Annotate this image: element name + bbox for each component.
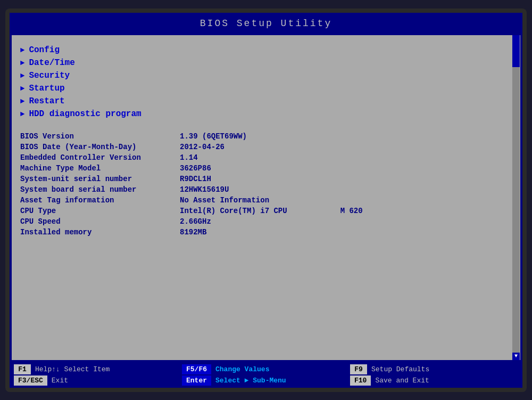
menu-label-datetime: Date/Time bbox=[29, 58, 74, 68]
title-bar: BIOS Setup Utility bbox=[10, 13, 522, 33]
cpu-model: M 620 bbox=[340, 207, 363, 215]
desc-enter: Select ► Sub-Menu bbox=[215, 377, 286, 385]
bios-container: BIOS Setup Utility ► Config ► Date/Time bbox=[10, 13, 522, 388]
menu-label-startup: Startup bbox=[29, 84, 64, 93]
value-memory: 8192MB bbox=[180, 228, 505, 236]
menu-label-restart: Restart bbox=[29, 96, 64, 106]
menu-item-datetime[interactable]: ► Date/Time bbox=[20, 56, 505, 69]
footer-middle: F5/F6 Change Values Enter Select ► Sub-M… bbox=[182, 364, 286, 386]
info-row-board-serial: System board serial number 12HWK15619U bbox=[20, 184, 505, 195]
footer-line-f9: F9 Setup Defaults bbox=[350, 364, 429, 374]
label-board-serial: System board serial number bbox=[20, 185, 180, 194]
scrollbar-track[interactable]: ▼ bbox=[512, 35, 520, 360]
key-enter[interactable]: Enter bbox=[182, 375, 211, 386]
label-memory: Installed memory bbox=[20, 228, 180, 236]
info-row-memory: Installed memory 8192MB bbox=[20, 227, 505, 238]
menu-item-security[interactable]: ► Security bbox=[20, 69, 505, 82]
label-system-serial: System-unit serial number bbox=[20, 175, 180, 183]
desc-f5f6: Change Values bbox=[215, 365, 269, 373]
footer-section-3: F9 Setup Defaults F10 Save and Exit bbox=[350, 364, 518, 386]
value-bios-version: 1.39 (6QET69WW) bbox=[180, 132, 505, 141]
footer-section-2: F5/F6 Change Values Enter Select ► Sub-M… bbox=[182, 364, 350, 386]
value-cpu-speed: 2.66GHz bbox=[180, 217, 505, 226]
key-f10[interactable]: F10 bbox=[350, 375, 371, 386]
desc-f10: Save and Exit bbox=[375, 377, 429, 385]
label-cpu-speed: CPU Speed bbox=[20, 217, 180, 226]
key-f1[interactable]: F1 bbox=[14, 364, 31, 374]
key-f9[interactable]: F9 bbox=[350, 364, 367, 374]
label-ec-version: Embedded Controller Version bbox=[20, 153, 180, 162]
arrow-icon-restart: ► bbox=[20, 97, 24, 105]
content-panel: ► Config ► Date/Time ► Security ► bbox=[12, 35, 512, 360]
value-board-serial: 12HWK15619U bbox=[180, 185, 505, 194]
arrow-icon-datetime: ► bbox=[20, 59, 24, 67]
menu-item-config[interactable]: ► Config bbox=[20, 44, 505, 56]
arrow-icon-startup: ► bbox=[20, 84, 24, 93]
menu-item-restart[interactable]: ► Restart bbox=[20, 95, 505, 108]
scrollbar-arrow-down[interactable]: ▼ bbox=[512, 353, 520, 360]
footer-line-f3: F3/ESC Exit bbox=[14, 375, 110, 386]
menu-section: ► Config ► Date/Time ► Security ► bbox=[20, 44, 505, 120]
info-row-ec-version: Embedded Controller Version 1.14 bbox=[20, 152, 505, 163]
footer-line-f1: F1 Help↑↓ Select Item bbox=[14, 364, 110, 374]
bottom-bar: F1 Help↑↓ Select Item F3/ESC Exit F5/F6 bbox=[10, 362, 522, 388]
menu-item-startup[interactable]: ► Startup bbox=[20, 82, 505, 95]
info-row-cpu-type: CPU Type Intel(R) Core(TM) i7 CPU M 620 bbox=[20, 206, 505, 216]
screen: BIOS Setup Utility ► Config ► Date/Time bbox=[10, 13, 522, 388]
scrollbar-thumb[interactable] bbox=[512, 35, 520, 67]
info-row-cpu-speed: CPU Speed 2.66GHz bbox=[20, 216, 505, 227]
info-row-asset-tag: Asset Tag information No Asset Informati… bbox=[20, 195, 505, 206]
menu-label-security: Security bbox=[29, 71, 70, 80]
cpu-name: Intel(R) Core(TM) i7 CPU bbox=[180, 207, 287, 215]
label-asset-tag: Asset Tag information bbox=[20, 196, 180, 205]
arrow-icon-config: ► bbox=[20, 46, 24, 54]
footer-left: F1 Help↑↓ Select Item F3/ESC Exit bbox=[14, 364, 110, 386]
desc-f9: Setup Defaults bbox=[371, 365, 429, 373]
info-row-system-serial: System-unit serial number R9DCL1H bbox=[20, 174, 505, 184]
label-bios-version: BIOS Version bbox=[20, 132, 180, 141]
desc-f1: Help↑↓ Select Item bbox=[35, 365, 110, 373]
footer-line-f10: F10 Save and Exit bbox=[350, 375, 429, 386]
value-bios-date: 2012-04-26 bbox=[180, 143, 505, 151]
value-machine-type: 3626P86 bbox=[180, 164, 505, 173]
label-machine-type: Machine Type Model bbox=[20, 164, 180, 173]
footer-line-f5: F5/F6 Change Values bbox=[182, 364, 286, 374]
label-bios-date: BIOS Date (Year-Month-Day) bbox=[20, 143, 180, 151]
menu-label-config: Config bbox=[29, 45, 60, 55]
info-row-machine-type: Machine Type Model 3626P86 bbox=[20, 163, 505, 174]
footer-right: F9 Setup Defaults F10 Save and Exit bbox=[350, 364, 429, 386]
label-cpu-type: CPU Type bbox=[20, 207, 180, 215]
footer-section-1: F1 Help↑↓ Select Item F3/ESC Exit bbox=[14, 364, 182, 386]
info-table: BIOS Version 1.39 (6QET69WW) BIOS Date (… bbox=[20, 131, 505, 238]
scrollbar[interactable]: ▼ bbox=[512, 35, 520, 360]
footer-line-enter: Enter Select ► Sub-Menu bbox=[182, 375, 286, 386]
key-f3esc[interactable]: F3/ESC bbox=[14, 375, 47, 386]
arrow-icon-hdd: ► bbox=[20, 110, 24, 118]
laptop-frame: BIOS Setup Utility ► Config ► Date/Time bbox=[5, 9, 527, 392]
key-f5f6[interactable]: F5/F6 bbox=[182, 364, 211, 374]
info-row-bios-version: BIOS Version 1.39 (6QET69WW) bbox=[20, 131, 505, 142]
value-asset-tag: No Asset Information bbox=[180, 196, 505, 205]
bios-title: BIOS Setup Utility bbox=[200, 18, 332, 29]
desc-f3esc: Exit bbox=[52, 377, 68, 385]
value-cpu-type: Intel(R) Core(TM) i7 CPU M 620 bbox=[180, 207, 505, 215]
value-ec-version: 1.14 bbox=[180, 153, 505, 162]
value-system-serial: R9DCL1H bbox=[180, 175, 505, 183]
arrow-icon-security: ► bbox=[20, 71, 24, 80]
menu-label-hdd: HDD diagnostic program bbox=[29, 109, 141, 119]
menu-item-hdd[interactable]: ► HDD diagnostic program bbox=[20, 108, 505, 120]
info-row-bios-date: BIOS Date (Year-Month-Day) 2012-04-26 bbox=[20, 142, 505, 152]
main-content: ► Config ► Date/Time ► Security ► bbox=[10, 33, 522, 362]
